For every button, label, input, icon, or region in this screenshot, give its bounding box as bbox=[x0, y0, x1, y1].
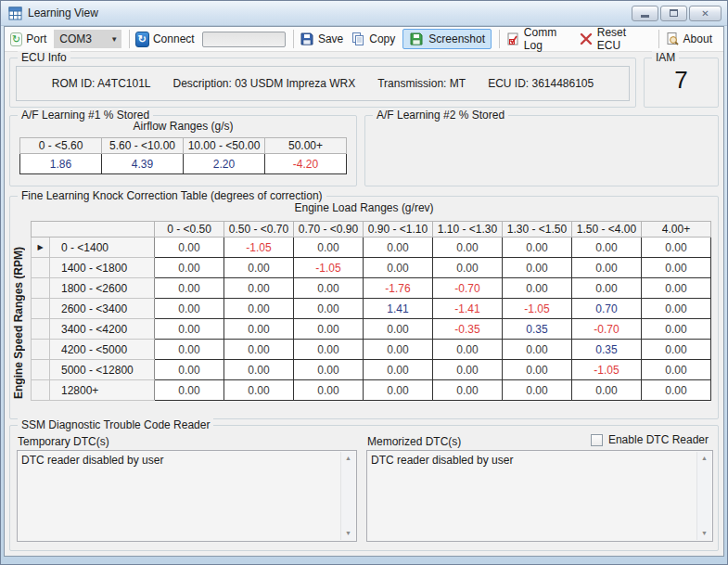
knock-cell[interactable]: 0.00 bbox=[503, 238, 572, 258]
knock-cell[interactable]: 0.00 bbox=[294, 380, 364, 401]
knock-cell[interactable]: 0.35 bbox=[572, 340, 642, 360]
af1-cell[interactable]: 1.86 bbox=[20, 154, 102, 174]
knock-cell[interactable]: 0.00 bbox=[642, 278, 711, 299]
knock-cell[interactable]: 0.00 bbox=[433, 340, 503, 360]
knock-cell[interactable]: 0.00 bbox=[503, 278, 572, 299]
knock-cell[interactable]: 0.00 bbox=[294, 319, 364, 340]
knock-cell[interactable]: 0.00 bbox=[642, 319, 711, 340]
knock-cell[interactable]: 0.00 bbox=[433, 380, 503, 401]
knock-cell[interactable]: -0.35 bbox=[433, 319, 503, 340]
knock-cell[interactable]: 0.00 bbox=[642, 258, 711, 278]
knock-cell[interactable]: 0.00 bbox=[224, 340, 294, 360]
knock-cell[interactable]: 0.00 bbox=[294, 340, 364, 360]
memorized-dtc-textarea[interactable]: DTC reader disabled by user ▲ ▼ bbox=[366, 450, 713, 542]
knock-cell[interactable]: 0.00 bbox=[224, 319, 294, 340]
reset-ecu-button[interactable]: Reset ECU bbox=[597, 26, 645, 52]
knock-cell[interactable]: 0.00 bbox=[642, 360, 711, 380]
knock-cell[interactable]: 0.00 bbox=[294, 299, 364, 319]
copy-button[interactable]: Copy bbox=[369, 32, 395, 45]
comm-log-button[interactable]: Comm Log bbox=[524, 26, 571, 52]
row-selector-cell[interactable] bbox=[32, 380, 50, 401]
knock-cell[interactable]: 0.00 bbox=[572, 258, 642, 278]
knock-cell[interactable]: 0.00 bbox=[224, 380, 294, 401]
knock-cell[interactable]: 0.00 bbox=[224, 258, 294, 278]
temporary-dtc-scrollbar[interactable]: ▲ ▼ bbox=[340, 452, 355, 540]
knock-cell[interactable]: 0.00 bbox=[503, 380, 572, 401]
knock-cell[interactable]: 0.00 bbox=[503, 258, 572, 278]
knock-cell[interactable]: 0.00 bbox=[224, 299, 294, 319]
knock-cell[interactable]: 0.00 bbox=[294, 278, 364, 299]
port-combobox[interactable]: COM3 ▼ bbox=[54, 30, 121, 48]
about-icon[interactable] bbox=[665, 32, 680, 46]
knock-cell[interactable]: 0.00 bbox=[503, 340, 572, 360]
knock-cell[interactable]: 0.00 bbox=[155, 380, 224, 401]
screenshot-button[interactable]: Screenshot bbox=[402, 29, 492, 49]
scroll-up-icon[interactable]: ▲ bbox=[341, 452, 355, 465]
row-selector-current-icon[interactable]: ▶ bbox=[32, 238, 50, 258]
af1-cell[interactable]: -4.20 bbox=[265, 154, 347, 174]
knock-cell[interactable]: -0.70 bbox=[572, 319, 642, 340]
memorized-dtc-scrollbar[interactable]: ▲ ▼ bbox=[696, 452, 711, 540]
knock-cell[interactable]: 0.00 bbox=[155, 299, 224, 319]
knock-cell[interactable]: 0.00 bbox=[642, 299, 711, 319]
knock-cell[interactable]: 0.00 bbox=[642, 380, 711, 401]
knock-cell[interactable]: 0.00 bbox=[433, 360, 503, 380]
row-selector-cell[interactable] bbox=[32, 360, 50, 380]
knock-cell[interactable]: 0.00 bbox=[155, 340, 224, 360]
knock-cell[interactable]: 0.35 bbox=[503, 319, 572, 340]
knock-cell[interactable]: 0.00 bbox=[503, 360, 572, 380]
knock-cell[interactable]: 0.00 bbox=[294, 238, 364, 258]
reset-ecu-icon[interactable] bbox=[579, 32, 594, 46]
knock-cell[interactable]: 0.00 bbox=[364, 360, 433, 380]
knock-cell[interactable]: 0.00 bbox=[294, 360, 364, 380]
knock-cell[interactable]: 0.00 bbox=[572, 238, 642, 258]
knock-cell[interactable]: 0.70 bbox=[572, 299, 642, 319]
knock-cell[interactable]: 0.00 bbox=[572, 380, 642, 401]
save-button[interactable]: Save bbox=[318, 32, 343, 45]
temporary-dtc-textarea[interactable]: DTC reader disabled by user ▲ ▼ bbox=[17, 450, 357, 542]
knock-cell[interactable]: 0.00 bbox=[155, 238, 224, 258]
knock-cell[interactable]: 0.00 bbox=[364, 238, 433, 258]
knock-cell[interactable]: -1.05 bbox=[572, 360, 642, 380]
knock-cell[interactable]: -1.05 bbox=[224, 238, 294, 258]
knock-cell[interactable]: 1.41 bbox=[364, 299, 433, 319]
save-icon[interactable] bbox=[300, 32, 314, 46]
knock-cell[interactable]: -1.76 bbox=[364, 278, 433, 299]
knock-cell[interactable]: 0.00 bbox=[364, 258, 433, 278]
knock-cell[interactable]: 0.00 bbox=[364, 380, 433, 401]
knock-cell[interactable]: 0.00 bbox=[155, 319, 224, 340]
knock-cell[interactable]: -1.41 bbox=[433, 299, 503, 319]
close-button[interactable]: ✕ bbox=[689, 6, 722, 21]
knock-cell[interactable]: 0.00 bbox=[642, 340, 711, 360]
connect-icon[interactable]: ↻ bbox=[135, 32, 149, 47]
scroll-up-icon[interactable]: ▲ bbox=[697, 452, 711, 465]
comm-log-icon[interactable] bbox=[505, 32, 520, 46]
knock-cell[interactable]: 0.00 bbox=[155, 278, 224, 299]
row-selector-cell[interactable] bbox=[32, 299, 50, 319]
scroll-down-icon[interactable]: ▼ bbox=[697, 527, 711, 540]
copy-icon[interactable] bbox=[351, 32, 365, 46]
af1-cell[interactable]: 4.39 bbox=[102, 154, 184, 174]
knock-cell[interactable]: 0.00 bbox=[224, 360, 294, 380]
about-button[interactable]: About bbox=[683, 32, 712, 45]
port-refresh-icon[interactable]: ↻ bbox=[10, 32, 22, 46]
scroll-down-icon[interactable]: ▼ bbox=[341, 527, 355, 540]
knock-cell[interactable]: 0.00 bbox=[155, 258, 224, 278]
knock-cell[interactable]: -1.05 bbox=[294, 258, 364, 278]
knock-cell[interactable]: 0.00 bbox=[572, 278, 642, 299]
knock-cell[interactable]: -1.05 bbox=[503, 299, 572, 319]
knock-cell[interactable]: 0.00 bbox=[433, 258, 503, 278]
row-selector-cell[interactable] bbox=[32, 319, 50, 340]
maximize-button[interactable] bbox=[660, 6, 687, 21]
knock-cell[interactable]: -0.70 bbox=[433, 278, 503, 299]
knock-cell[interactable]: 0.00 bbox=[364, 319, 433, 340]
knock-cell[interactable]: 0.00 bbox=[433, 238, 503, 258]
minimize-button[interactable] bbox=[632, 6, 658, 21]
knock-cell[interactable]: 0.00 bbox=[642, 238, 711, 258]
knock-cell[interactable]: 0.00 bbox=[224, 278, 294, 299]
knock-cell[interactable]: 0.00 bbox=[155, 360, 224, 380]
knock-cell[interactable]: 0.00 bbox=[364, 340, 433, 360]
row-selector-cell[interactable] bbox=[32, 258, 50, 278]
af1-cell[interactable]: 2.20 bbox=[184, 154, 265, 174]
row-selector-cell[interactable] bbox=[32, 340, 50, 360]
